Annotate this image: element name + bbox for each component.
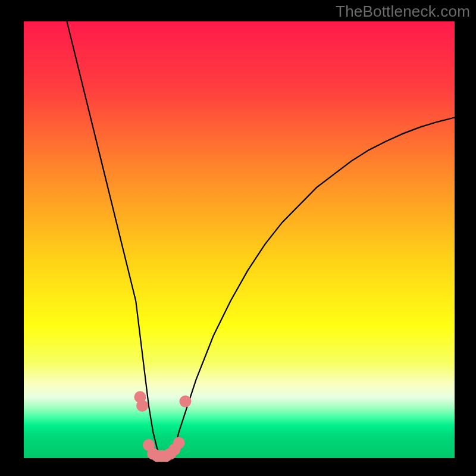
plot-background xyxy=(24,21,455,458)
highlight-dot xyxy=(173,437,185,449)
highlight-dot xyxy=(136,400,148,412)
chart-frame: TheBottleneck.com xyxy=(0,0,476,476)
bottleneck-chart xyxy=(0,0,476,476)
watermark-text: TheBottleneck.com xyxy=(336,2,470,21)
highlight-dot xyxy=(180,396,192,408)
